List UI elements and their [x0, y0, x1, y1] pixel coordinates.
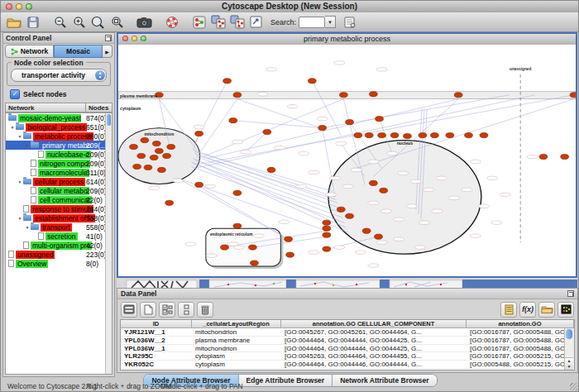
- column-header[interactable]: _cellularLayoutRegion: [192, 320, 281, 328]
- network-node[interactable]: [465, 133, 473, 138]
- network-node[interactable]: [378, 133, 386, 138]
- network-node-small[interactable]: [355, 251, 366, 255]
- network-node-small[interactable]: [334, 61, 345, 65]
- network-node-small[interactable]: [406, 204, 417, 208]
- tree-row[interactable]: macromolecule311(0): [6, 168, 112, 177]
- data-panel-float-icon[interactable]: [567, 290, 574, 297]
- network-node-small[interactable]: [491, 221, 502, 225]
- network-node-small[interactable]: [410, 179, 421, 184]
- background-windows-strip[interactable]: [117, 278, 577, 288]
- network-node-small[interactable]: [376, 241, 387, 245]
- table-row[interactable]: YKR052Ccytoplasm[GO:0044464, GO:0044446,…: [121, 361, 574, 369]
- network-node[interactable]: [150, 155, 158, 160]
- network-node-small[interactable]: [309, 170, 319, 174]
- network-node[interactable]: [376, 117, 384, 122]
- network-node-small[interactable]: [432, 209, 443, 213]
- network-node[interactable]: [251, 261, 259, 265]
- network-node[interactable]: [157, 167, 165, 172]
- network-node[interactable]: [165, 200, 174, 205]
- network-node-small[interactable]: [394, 218, 404, 222]
- tree-row[interactable]: cellular metabo209(0): [6, 186, 112, 195]
- tree-row[interactable]: Overview8(0): [6, 259, 112, 268]
- network-node-small[interactable]: [376, 68, 387, 72]
- tree-scrollbar[interactable]: [105, 113, 112, 374]
- network-node[interactable]: [346, 120, 354, 125]
- tree-row[interactable]: unassigned223(0): [6, 250, 112, 259]
- help-lifesaver-icon[interactable]: [162, 13, 181, 31]
- network-node[interactable]: [346, 213, 354, 218]
- network-node[interactable]: [570, 93, 576, 98]
- network-node[interactable]: [419, 133, 427, 138]
- attribute-list-icon[interactable]: [500, 302, 517, 318]
- network-node[interactable]: [229, 118, 237, 123]
- network-node[interactable]: [133, 164, 141, 169]
- network-node-small[interactable]: [470, 160, 481, 164]
- delete-attribute-icon[interactable]: [197, 302, 213, 318]
- column-header[interactable]: annotation.GO MOLECULAR_FUNCTION: [467, 320, 574, 328]
- destroy-network-view-icon[interactable]: [227, 13, 246, 31]
- create-network-view-icon[interactable]: [208, 13, 227, 31]
- network-node-small[interactable]: [172, 179, 183, 183]
- network-node-small[interactable]: [275, 146, 285, 150]
- zoom-in-icon[interactable]: [69, 13, 89, 31]
- network-node[interactable]: [233, 223, 242, 228]
- network-node[interactable]: [354, 133, 362, 138]
- network-node[interactable]: [539, 154, 548, 159]
- network-node-small[interactable]: [436, 176, 447, 180]
- expander-icon[interactable]: ▼: [24, 143, 31, 148]
- network-node[interactable]: [339, 93, 347, 98]
- expander-icon[interactable]: ▼: [17, 216, 23, 221]
- network-node-small[interactable]: [394, 237, 404, 241]
- network-node-small[interactable]: [423, 188, 433, 192]
- network-node-small[interactable]: [334, 246, 345, 250]
- attribute-pair-icon[interactable]: [178, 302, 194, 318]
- table-scrollbar-thumb[interactable]: [566, 329, 572, 339]
- tree-row[interactable]: secretion41(0): [6, 232, 112, 241]
- import-attributes-icon[interactable]: [538, 302, 555, 318]
- network-node-small[interactable]: [500, 193, 510, 197]
- network-node-small[interactable]: [317, 117, 328, 121]
- network-node-small[interactable]: [325, 193, 336, 197]
- network-node-small[interactable]: [487, 176, 498, 180]
- network-node-small[interactable]: [368, 264, 379, 268]
- network-node-small[interactable]: [257, 92, 268, 96]
- network-node-small[interactable]: [204, 184, 215, 189]
- network-node[interactable]: [365, 133, 373, 138]
- table-row[interactable]: YLR295Ccytoplasm[GO:0045263, GO:0044464,…: [121, 352, 574, 361]
- network-node-small[interactable]: [351, 168, 361, 172]
- tree-row[interactable]: ▼biological_process651(0): [6, 122, 112, 131]
- network-node[interactable]: [221, 245, 229, 250]
- network-node-small[interactable]: [470, 234, 481, 238]
- search-dropdown-arrow[interactable]: ▼: [325, 16, 336, 28]
- zoom-out-icon[interactable]: [50, 13, 69, 31]
- advanced-search-icon[interactable]: [340, 13, 359, 31]
- network-node[interactable]: [318, 126, 327, 131]
- tree-header-network[interactable]: Network: [5, 103, 85, 112]
- table-scrollbar[interactable]: ▲▼: [564, 328, 574, 370]
- network-node[interactable]: [446, 133, 454, 138]
- tree-row[interactable]: cell communicat22(0): [6, 195, 112, 204]
- network-overview-icon[interactable]: [189, 13, 208, 31]
- network-node[interactable]: [404, 134, 412, 139]
- network-node-small[interactable]: [329, 176, 340, 180]
- network-node-small[interactable]: [527, 155, 538, 159]
- network-node-small[interactable]: [241, 150, 251, 154]
- network-node[interactable]: [323, 232, 331, 237]
- tree-row[interactable]: mosaic-demo-yeast874(0): [6, 113, 112, 122]
- network-node[interactable]: [167, 144, 175, 149]
- network-node[interactable]: [195, 182, 203, 187]
- network-node[interactable]: [223, 79, 232, 84]
- network-node[interactable]: [430, 133, 438, 138]
- network-node[interactable]: [480, 133, 488, 138]
- network-node[interactable]: [454, 93, 462, 98]
- network-node-small[interactable]: [206, 254, 217, 258]
- network-node[interactable]: [369, 180, 377, 185]
- new-attribute-icon[interactable]: [140, 302, 156, 318]
- network-node-small[interactable]: [309, 251, 319, 255]
- network-node[interactable]: [308, 79, 316, 84]
- network-node[interactable]: [390, 133, 399, 138]
- zoom-selected-icon[interactable]: [89, 13, 108, 31]
- network-node[interactable]: [286, 252, 294, 257]
- expander-icon[interactable]: ▼: [17, 179, 23, 184]
- tree-row[interactable]: ▼establishment of lo558(0): [6, 213, 112, 222]
